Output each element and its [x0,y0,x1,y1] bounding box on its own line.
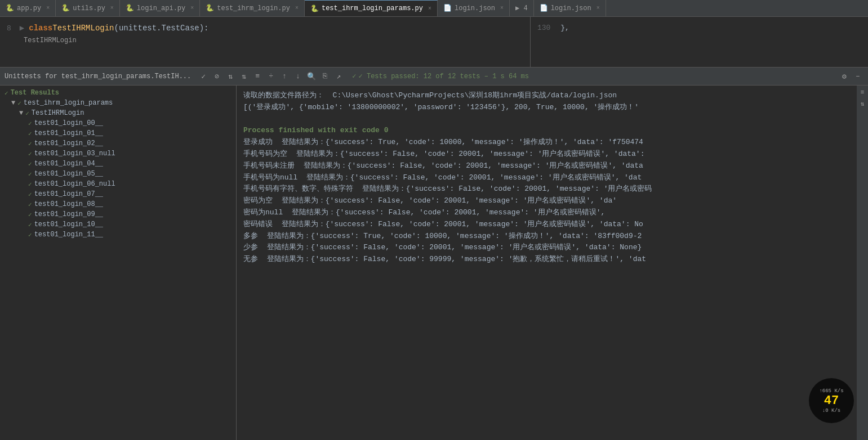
tree-item-label: test01_login_04__ [34,160,103,168]
pass-icon: ✓ [28,181,32,188]
pass-icon: ✓ [28,170,32,178]
toolbar-sort-btn2[interactable]: ⇅ [238,71,250,82]
tree-item-login-00[interactable]: ✓ test01_login_00__ [0,118,236,128]
code-content-right: }, [560,24,569,32]
tab-login-api-py[interactable]: 🐍 login_api.py × [120,0,200,16]
tree-item-login-06[interactable]: ✓ test01_login_06_null [0,179,236,189]
tree-header-label: Test Results [11,89,59,97]
toolbar-sort-btn1[interactable]: ⇅ [225,71,236,82]
pass-icon: ✓ [28,191,32,198]
tab-login-json-2[interactable]: 📄 login.json × [534,0,606,16]
tree-item-label: test01_login_10__ [34,221,103,228]
toolbar-search-btn[interactable]: 🔍 [306,71,317,82]
toolbar-export-btn[interactable]: ↗ [333,71,344,82]
toolbar-list-btn[interactable]: ≡ [252,71,263,82]
tree-item-login-03[interactable]: ✓ test01_login_03_null [0,149,236,159]
tree-pass-icon: ✓ [5,89,8,97]
process-finished-line: Process finished with exit code 0 [243,125,850,137]
tab-label: app.py [17,5,41,12]
tree-item-TestIHRMLogin[interactable]: ▼ ✓ TestIHRMLogin [0,108,236,118]
tab-label: login_api.py [137,5,185,12]
tree-item-login-08[interactable]: ✓ test01_login_08__ [0,199,236,209]
code-punctuation: ): [199,21,209,35]
test-status-text: ✓ Tests passed: 12 of 12 tests – 1 s 64 … [359,72,529,80]
tree-item-label: test01_login_05__ [34,170,103,178]
tab-test-ihrm-login-py[interactable]: 🐍 test_ihrm_login.py × [200,0,305,16]
tree-item-label: test01_login_11__ [34,231,103,239]
output-result-1: 登录成功 登陆结果为：{'success': True, 'code': 100… [243,137,850,149]
tree-item-login-10[interactable]: ✓ test01_login_10__ [0,219,236,230]
tree-item-label: test01_login_03_null [34,150,115,158]
code-editor-left: 8 ▶ class TestIHRMLogin ( unittest.TestC… [0,17,530,67]
class-name: TestIHRMLogin [52,21,114,35]
tab-bar: 🐍 app.py × 🐍 utils.py × 🐍 login_api.py ×… [0,0,868,17]
output-result-9: 多参 登陆结果为：{'success': True, 'code': 10000… [243,231,850,243]
pass-icon: ✓ [28,231,32,239]
pass-icon: ✓ [28,221,32,228]
tree-item-login-07[interactable]: ✓ test01_login_07__ [0,189,236,199]
output-result-2: 手机号码为空 登陆结果为：{'success': False, 'code': … [243,149,850,160]
sidebar-btn-1[interactable]: ≡ [858,88,867,97]
python-file-icon: 🐍 [206,4,214,12]
tab-label: ▶ 4 [515,4,528,12]
tab-close-icon[interactable]: × [500,5,504,11]
toolbar-split-btn[interactable]: ÷ [265,71,277,82]
tree-item-label: test01_login_01__ [34,129,103,137]
toolbar-down-btn[interactable]: ↓ [292,71,304,82]
class-sub-label: TestIHRMLogin [24,37,523,44]
tree-item-login-02[interactable]: ✓ test01_login_02__ [0,138,236,149]
tab-close-icon[interactable]: × [110,5,114,11]
code-punctuation: ( [114,21,118,35]
pass-icon: ✓ [28,130,32,137]
tab-login-json[interactable]: 📄 login.json × [438,0,510,16]
toolbar-up-btn[interactable]: ↑ [279,71,290,82]
tree-item-login-04[interactable]: ✓ test01_login_04__ [0,159,236,169]
tab-test-ihrm-login-params-py[interactable]: 🐍 test_ihrm_login_params.py × [305,0,438,16]
python-file-icon: 🐍 [6,4,14,12]
speed-number: 47 [824,394,839,408]
tree-item-label: test01_login_06_null [34,180,115,188]
toolbar-check-btn[interactable]: ✓ [198,71,209,82]
tab-more[interactable]: ▶ 4 [510,0,534,16]
tab-close-icon[interactable]: × [295,5,299,11]
pass-icon: ✓ [28,201,32,208]
settings-icon[interactable]: ⚙ [839,71,850,82]
expand-arrow[interactable]: ▶ [20,21,24,35]
output-result-10: 少参 登陆结果为：{'success': False, 'code': 2000… [243,242,850,254]
tab-close-icon[interactable]: × [428,6,431,12]
output-line-1: 读取的数据文件路径为： C:\Users\Ghost\PycharmProjec… [243,90,850,102]
toolbar-stop-btn[interactable]: ⊘ [211,71,222,82]
output-result-11: 无参 登陆结果为：{'success': False, 'code': 9999… [243,254,850,266]
tree-item-label: test01_login_00__ [34,119,103,127]
tree-item-login-09[interactable]: ✓ test01_login_09__ [0,209,236,219]
tab-label: utils.py [73,5,105,12]
tree-item-login-params[interactable]: ▼ ✓ test_ihrm_login_params [0,98,236,108]
python-file-icon: 🐍 [61,4,70,12]
tab-utils-py[interactable]: 🐍 utils.py × [56,0,120,16]
output-result-7: 密码为null 登陆结果为：{'success': False, 'code':… [243,207,850,219]
tab-close-icon[interactable]: × [597,5,600,11]
pass-icon: ✓ [28,211,32,218]
output-result-3: 手机号码未注册 登陆结果为：{'success': False, 'code':… [243,160,850,172]
keyword-class: class [29,21,52,35]
line-number-right: 130 [537,24,550,32]
python-file-icon: 🐍 [126,4,134,12]
tree-item-login-01[interactable]: ✓ test01_login_01__ [0,128,236,138]
output-result-5: 手机号码有字符、数字、特殊字符 登陆结果为：{'success': False,… [243,183,850,195]
speed-widget: ↑665 K/s 47 ↓0 K/s [809,378,854,423]
toolbar-copy-btn[interactable]: ⎘ [319,71,331,82]
test-tree: ✓ Test Results ▼ ✓ test_ihrm_login_param… [0,86,237,440]
parent-class: unittest.TestCase [119,21,199,35]
tab-label: test_ihrm_login.py [217,5,290,12]
minimize-btn[interactable]: – [852,71,863,82]
tab-close-icon[interactable]: × [190,5,194,11]
tree-item-label: test01_login_09__ [34,210,103,218]
tree-item-login-11[interactable]: ✓ test01_login_11__ [0,230,236,240]
tab-close-icon[interactable]: × [46,5,50,11]
sidebar-btn-2[interactable]: ⇅ [858,99,867,108]
tree-item-login-05[interactable]: ✓ test01_login_05__ [0,169,236,179]
pass-icon: ✓ [28,160,32,168]
tab-app-py[interactable]: 🐍 app.py × [0,0,56,16]
expand-icon: ▼ [19,109,23,117]
output-result-6: 密码为空 登陆结果为：{'success': False, 'code': 20… [243,195,850,207]
